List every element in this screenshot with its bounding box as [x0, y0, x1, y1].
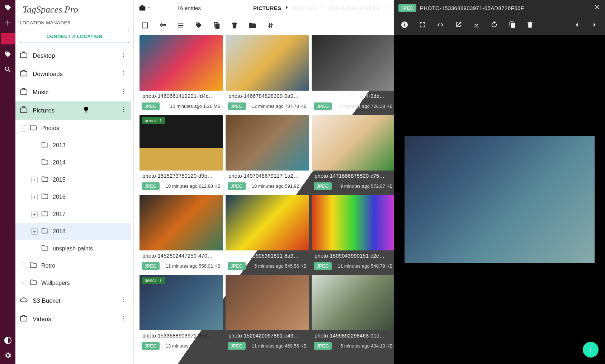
add-icon[interactable] [3, 18, 13, 28]
toggle-icon[interactable]: + [31, 194, 38, 200]
toggle-icon[interactable]: + [20, 263, 26, 269]
copy-icon[interactable] [213, 21, 221, 29]
copy-preview-icon[interactable] [508, 21, 516, 30]
folder-2017[interactable]: +2017 [15, 206, 131, 223]
file-meta: JPEG10 minutes ago 1.26 MB [140, 101, 223, 112]
briefcase-icon [20, 314, 28, 324]
delete-preview-icon[interactable] [526, 21, 534, 30]
more-icon[interactable] [120, 106, 127, 115]
file-card[interactable]: photo-1452802447250-470…JPEG11 minutes a… [140, 195, 223, 272]
svg-point-3 [123, 56, 124, 57]
file-card[interactable]: pencil photo-1533688903971-65a…JPEG13 mi… [140, 275, 223, 352]
file-time-size: 11 minutes ago 556.01 KB [166, 263, 221, 269]
svg-point-32 [590, 349, 591, 350]
file-card[interactable]: photo-1499892298463-01d…JPEG5 minutes ag… [312, 275, 394, 352]
toggle-icon[interactable]: + [31, 228, 38, 235]
breadcrumb-more-icon[interactable] [383, 4, 389, 12]
folder-photos[interactable]: -Photos [15, 120, 131, 137]
file-card[interactable]: photo-1460661419201-fd4c…JPEG10 minutes … [140, 35, 223, 112]
folder-2016[interactable]: +2016 [15, 188, 131, 206]
more-icon[interactable] [120, 88, 127, 96]
folder-retro[interactable]: +Retro [15, 257, 131, 274]
close-icon[interactable] [594, 4, 601, 13]
toggle-icon[interactable]: + [20, 280, 26, 286]
preview-toolbar [394, 16, 605, 35]
reload-icon[interactable] [490, 21, 498, 30]
info-icon[interactable] [401, 21, 408, 30]
location-downloads[interactable]: Downloads [15, 65, 131, 83]
location-desktop[interactable]: Desktop [15, 47, 131, 65]
theme-icon[interactable] [3, 335, 13, 345]
toggle-spacer [31, 142, 38, 149]
highlighter-icon[interactable] [82, 106, 90, 115]
file-card[interactable]: photo-1471666875520-c75…JPEG9 minutes ag… [312, 115, 394, 192]
folder-2015[interactable]: +2015 [15, 171, 131, 188]
more-icon[interactable] [120, 297, 127, 305]
more-icon[interactable] [120, 52, 127, 60]
file-meta: JPEG11 minutes ago 556.01 KB [140, 261, 223, 272]
svg-point-13 [123, 297, 124, 298]
folder-unsplash-paints[interactable]: unsplash-paints [15, 240, 131, 257]
file-card[interactable]: photo-1466784828399-9a9…JPEG12 minutes a… [226, 35, 309, 112]
folder-icon [41, 158, 48, 167]
connect-location-button[interactable]: CONNECT A LOCATION [20, 30, 129, 43]
tags-icon[interactable] [3, 49, 13, 59]
file-type-badge: JPEG [314, 262, 332, 270]
file-time-size: 11 minutes ago 469.56 KB [252, 343, 307, 349]
file-name: photo-1529905361811-8a9… [226, 250, 309, 261]
file-card[interactable]: pencil photo-1515273750120-d9b…JPEG10 mi… [140, 115, 223, 192]
list-view-icon[interactable] [177, 21, 185, 29]
svg-point-2 [123, 54, 124, 56]
code-icon[interactable] [436, 21, 444, 30]
settings-icon[interactable] [3, 350, 13, 360]
prev-icon[interactable] [573, 21, 581, 30]
svg-point-31 [590, 347, 591, 348]
location-dropdown-icon[interactable] [139, 4, 151, 11]
browser-topbar: 16 entries PICTURESPHOTOSUNSPLASH-PAINTS [134, 0, 394, 16]
folder-2018[interactable]: +2018 [15, 223, 131, 240]
tag-logo-icon[interactable] [3, 3, 13, 13]
location-s3-bucket[interactable]: S3 Bucket [15, 292, 131, 310]
fullscreen-icon[interactable] [419, 21, 426, 30]
locations-icon[interactable] [1, 33, 15, 44]
file-card[interactable]: photo-1497048679117-1a2…JPEG10 minutes a… [226, 115, 309, 192]
next-icon[interactable] [591, 21, 599, 30]
delete-icon[interactable] [231, 21, 238, 29]
breadcrumb-unsplash-paints[interactable]: UNSPLASH-PAINTS [327, 5, 380, 11]
back-icon[interactable] [159, 21, 167, 29]
tag-icon[interactable] [195, 21, 203, 29]
chevron-right-icon [319, 5, 325, 11]
search-icon[interactable] [3, 64, 13, 75]
breadcrumb-pictures[interactable]: PICTURES [253, 5, 281, 11]
new-folder-icon[interactable] [249, 21, 256, 29]
download-icon[interactable] [472, 21, 480, 30]
svg-point-16 [123, 316, 124, 317]
location-pictures[interactable]: Pictures [15, 101, 131, 120]
file-type-badge: JPEG [142, 102, 160, 110]
file-meta: JPEG5 minutes ago 545.56 KB [226, 261, 309, 272]
location-videos[interactable]: Videos [15, 310, 131, 328]
file-card[interactable]: photo-1505076412744-9de…JPEG10 minutes a… [312, 35, 394, 112]
breadcrumb-photos[interactable]: PHOTOS [293, 5, 316, 11]
fab-more-icon[interactable] [583, 342, 599, 358]
file-card[interactable]: photo-1509043990151-c2e…JPEG11 minutes a… [312, 195, 394, 272]
file-card[interactable]: photo-1529905361811-8a9…JPEG5 minutes ag… [226, 195, 309, 272]
toggle-icon[interactable]: + [31, 177, 38, 183]
file-card[interactable]: photo-1520420097861-e49…JPEG11 minutes a… [226, 275, 309, 352]
file-tag[interactable]: pencil [142, 117, 165, 124]
location-music[interactable]: Music [15, 83, 131, 101]
file-tag[interactable]: pencil [142, 277, 165, 284]
folder-2013[interactable]: 2013 [15, 137, 131, 154]
toggle-icon[interactable]: + [31, 211, 38, 217]
sort-icon[interactable] [266, 21, 274, 29]
svg-point-27 [160, 281, 161, 282]
file-name: photo-1505076412744-9de… [312, 91, 394, 101]
select-all-icon[interactable] [141, 21, 149, 29]
open-external-icon[interactable] [454, 21, 462, 30]
more-icon[interactable] [120, 70, 127, 78]
folder-icon [41, 210, 48, 219]
folder-2014[interactable]: 2014 [15, 154, 131, 171]
toggle-icon[interactable]: - [20, 125, 26, 131]
folder-wallpapers[interactable]: +Wallpapers [15, 274, 131, 292]
more-icon[interactable] [120, 315, 127, 323]
